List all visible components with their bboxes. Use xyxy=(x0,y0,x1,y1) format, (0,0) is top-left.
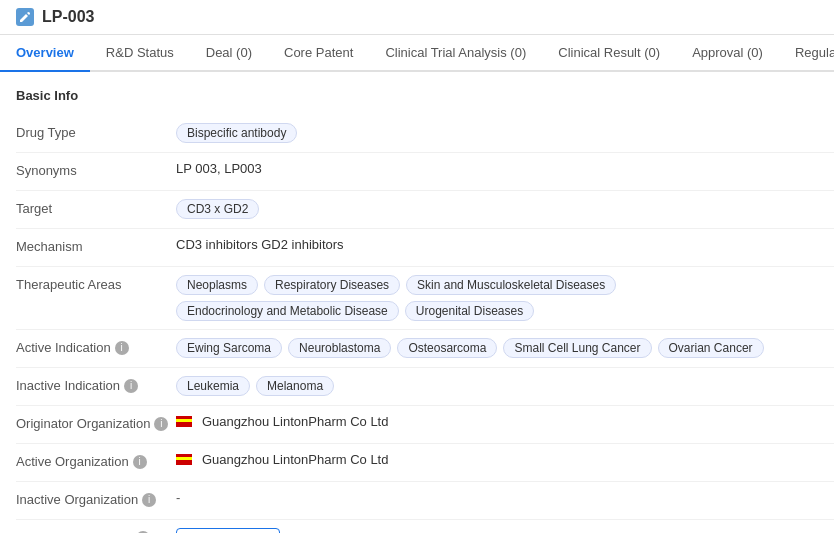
target-label: Target xyxy=(16,199,176,216)
synonyms-value: LP 003, LP003 xyxy=(176,161,834,176)
edit-icon[interactable] xyxy=(16,8,34,26)
inactive-indication-label: Inactive Indication i xyxy=(16,376,176,393)
content-area: Basic Info Drug Type Bispecific antibody… xyxy=(0,72,834,533)
synonyms-label: Synonyms xyxy=(16,161,176,178)
mechanism-value: CD3 inhibitors GD2 inhibitors xyxy=(176,237,834,252)
active-org-row: Active Organization i Guangzhou LintonPh… xyxy=(16,444,834,482)
inactive-indication-info-icon[interactable]: i xyxy=(124,379,138,393)
drug-type-label: Drug Type xyxy=(16,123,176,140)
active-indication-label: Active Indication i xyxy=(16,338,176,355)
synonyms-text: LP 003, LP003 xyxy=(176,161,262,176)
inactive-org-label: Inactive Organization i xyxy=(16,490,176,507)
section-title: Basic Info xyxy=(16,88,834,103)
inactive-indication-value: Leukemia Melanoma xyxy=(176,376,834,396)
tab-overview[interactable]: Overview xyxy=(0,35,90,72)
tab-clinical-result[interactable]: Clinical Result (0) xyxy=(542,35,676,72)
therapeutic-areas-row: Therapeutic Areas Neoplasms Respiratory … xyxy=(16,267,834,330)
originator-org-value: Guangzhou LintonPharm Co Ltd xyxy=(176,414,834,429)
active-org-value: Guangzhou LintonPharm Co Ltd xyxy=(176,452,834,467)
tab-core-patent[interactable]: Core Patent xyxy=(268,35,369,72)
drug-highest-phase-row: Drug Highest Phase i IND Application xyxy=(16,520,834,533)
page-title: LP-003 xyxy=(42,8,94,26)
drug-highest-phase-label: Drug Highest Phase i xyxy=(16,528,176,533)
tag-ewing[interactable]: Ewing Sarcoma xyxy=(176,338,282,358)
therapeutic-areas-value: Neoplasms Respiratory Diseases Skin and … xyxy=(176,275,834,321)
target-row: Target CD3 x GD2 xyxy=(16,191,834,229)
tag-ovarian[interactable]: Ovarian Cancer xyxy=(658,338,764,358)
originator-org-text[interactable]: Guangzhou LintonPharm Co Ltd xyxy=(202,414,388,429)
tab-approval[interactable]: Approval (0) xyxy=(676,35,779,72)
drug-highest-phase-tag[interactable]: IND Application xyxy=(176,528,280,533)
active-org-info-icon[interactable]: i xyxy=(133,455,147,469)
active-org-label: Active Organization i xyxy=(16,452,176,469)
active-org-text[interactable]: Guangzhou LintonPharm Co Ltd xyxy=(202,452,388,467)
tag-small-cell[interactable]: Small Cell Lung Cancer xyxy=(503,338,651,358)
inactive-org-row: Inactive Organization i - xyxy=(16,482,834,520)
inactive-org-info-icon[interactable]: i xyxy=(142,493,156,507)
synonyms-row: Synonyms LP 003, LP003 xyxy=(16,153,834,191)
target-tag[interactable]: CD3 x GD2 xyxy=(176,199,259,219)
originator-org-info-icon[interactable]: i xyxy=(154,417,168,431)
inactive-org-value: - xyxy=(176,490,834,505)
drug-highest-phase-value: IND Application xyxy=(176,528,834,533)
mechanism-text: CD3 inhibitors GD2 inhibitors xyxy=(176,237,344,252)
inactive-org-text: - xyxy=(176,490,180,505)
tab-rd-status[interactable]: R&D Status xyxy=(90,35,190,72)
active-indication-row: Active Indication i Ewing Sarcoma Neurob… xyxy=(16,330,834,368)
tab-regulatory-review[interactable]: Regulatory Review (0) xyxy=(779,35,834,72)
therapeutic-areas-label: Therapeutic Areas xyxy=(16,275,176,292)
target-value: CD3 x GD2 xyxy=(176,199,834,219)
page-header: LP-003 xyxy=(0,0,834,35)
drug-type-value: Bispecific antibody xyxy=(176,123,834,143)
cn-flag-originator xyxy=(176,416,192,427)
tag-endocrinology[interactable]: Endocrinology and Metabolic Disease xyxy=(176,301,399,321)
cn-flag-active xyxy=(176,454,192,465)
active-indication-value: Ewing Sarcoma Neuroblastoma Osteosarcoma… xyxy=(176,338,834,358)
tab-clinical-trial[interactable]: Clinical Trial Analysis (0) xyxy=(369,35,542,72)
nav-tabs: Overview R&D Status Deal (0) Core Patent… xyxy=(0,35,834,72)
drug-type-row: Drug Type Bispecific antibody xyxy=(16,115,834,153)
drug-type-tag[interactable]: Bispecific antibody xyxy=(176,123,297,143)
mechanism-row: Mechanism CD3 inhibitors GD2 inhibitors xyxy=(16,229,834,267)
tag-respiratory[interactable]: Respiratory Diseases xyxy=(264,275,400,295)
mechanism-label: Mechanism xyxy=(16,237,176,254)
tag-leukemia[interactable]: Leukemia xyxy=(176,376,250,396)
tag-neoplasms[interactable]: Neoplasms xyxy=(176,275,258,295)
tag-skin[interactable]: Skin and Musculoskeletal Diseases xyxy=(406,275,616,295)
originator-org-label: Originator Organization i xyxy=(16,414,176,431)
tag-neuroblastoma[interactable]: Neuroblastoma xyxy=(288,338,391,358)
tag-urogenital[interactable]: Urogenital Diseases xyxy=(405,301,534,321)
tab-deal[interactable]: Deal (0) xyxy=(190,35,268,72)
inactive-indication-row: Inactive Indication i Leukemia Melanoma xyxy=(16,368,834,406)
tag-osteosarcoma[interactable]: Osteosarcoma xyxy=(397,338,497,358)
active-indication-info-icon[interactable]: i xyxy=(115,341,129,355)
tag-melanoma[interactable]: Melanoma xyxy=(256,376,334,396)
originator-org-row: Originator Organization i Guangzhou Lint… xyxy=(16,406,834,444)
